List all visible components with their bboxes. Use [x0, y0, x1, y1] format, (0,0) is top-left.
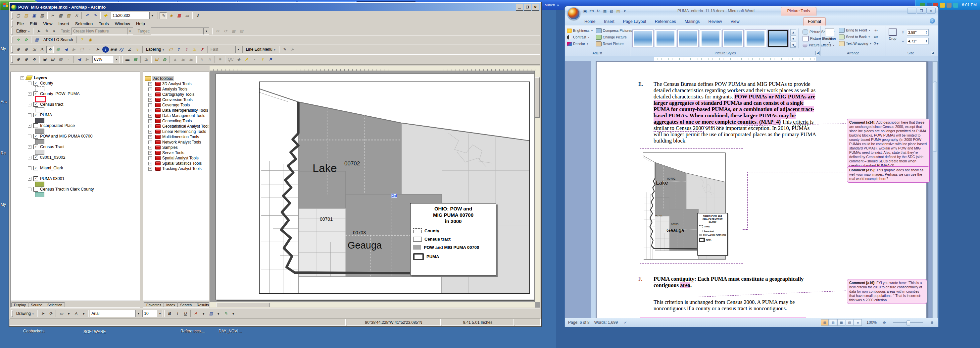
back-extent-icon[interactable]: ◀ — [62, 46, 70, 53]
comment-a15[interactable]: Comment [a15]: This graphic does not sho… — [847, 166, 930, 183]
edit-tool-arrow-icon[interactable]: ➤ — [35, 28, 42, 35]
menu-item[interactable]: Insert — [56, 21, 72, 27]
size-dialog-launcher-icon[interactable]: ◢ — [931, 51, 935, 55]
rotate-element-icon[interactable]: ⟳ — [47, 310, 54, 317]
expand-icon[interactable]: + — [148, 151, 152, 155]
collapse-icon[interactable]: − — [28, 145, 32, 149]
line-edit-menu-button[interactable]: Line Edit Menu ▼ — [244, 47, 278, 52]
menu-item[interactable]: Help — [134, 21, 148, 27]
open-icon[interactable]: ▤ — [22, 12, 30, 19]
toolbox-item-row[interactable]: + Analysis Tools — [145, 86, 209, 92]
toolbox-item-row[interactable]: + Coverage Tools — [145, 102, 209, 108]
align-icon[interactable]: ⫞▾ — [873, 27, 879, 33]
apollo-grid-icon[interactable]: ▦ — [33, 37, 40, 43]
command-window-icon[interactable]: ▭ — [183, 12, 191, 19]
layer-label[interactable]: Census Tract — [40, 145, 65, 149]
toolbox-item-label[interactable]: Geostatistical Analyst Tools — [162, 124, 209, 129]
toolbox-item-label[interactable]: Conversion Tools — [162, 97, 192, 102]
tray-volume-icon[interactable] — [947, 3, 951, 8]
layer-label[interactable]: Miami_Clark — [40, 166, 63, 170]
hyperlink-lightning-icon[interactable]: ϟ — [134, 46, 141, 53]
measure-icon[interactable]: ∠ — [126, 46, 133, 53]
toolbar-grip[interactable] — [11, 20, 13, 27]
zoom-width-icon[interactable]: ▥ — [57, 56, 64, 63]
tool-b-icon[interactable]: ▣ — [180, 56, 187, 63]
styles-scroll-up-icon[interactable]: ▲ — [790, 29, 796, 35]
line-edit-pencil-icon[interactable]: ✎ — [281, 46, 288, 53]
collapse-icon[interactable]: − — [28, 81, 32, 85]
new-document-icon[interactable]: ▢ — [14, 12, 22, 19]
editor-toolbar-toggle-icon[interactable]: ✎ — [159, 12, 167, 19]
layer-row[interactable]: − ✓ Census Tract — [21, 144, 140, 150]
recolor-button[interactable]: Recolor▼ — [565, 40, 595, 47]
toolbox-icon[interactable]: ▩ — [175, 12, 183, 19]
customize-qat-icon[interactable]: ▾ — [622, 8, 628, 14]
menu-item[interactable]: View — [40, 21, 55, 27]
picture-style-thumbnail[interactable] — [678, 30, 698, 47]
expand-icon[interactable]: + — [148, 104, 152, 107]
toolbox-item-label[interactable]: Cartography Tools — [162, 92, 194, 97]
toolbox-item-row[interactable]: + Spatial Statistics Tools — [145, 161, 209, 166]
toolbox-item-label[interactable]: Spatial Analyst Tools — [162, 156, 199, 160]
expand-icon[interactable]: + — [148, 98, 152, 102]
ribbon-tab[interactable]: Page Layout — [619, 18, 651, 26]
zoom-in-icon[interactable]: ⊕ — [14, 46, 22, 53]
toolbox-item-row[interactable]: + Network Analyst Tools — [145, 139, 209, 145]
forward-extent-icon[interactable]: ▶ — [70, 46, 78, 53]
target-combo[interactable]: ▼ — [151, 27, 209, 35]
document-page[interactable]: E. The Census Bureau defines POW PUMAs a… — [596, 61, 927, 318]
arctoolbox-tab[interactable]: Favorites — [144, 302, 164, 307]
layer-checkbox[interactable]: ✓ — [33, 145, 38, 149]
lock-labels-icon[interactable]: ⚿ — [191, 46, 198, 53]
desktop-icon-label[interactable]: Re — [1, 151, 8, 155]
paste-icon[interactable]: ▤ — [615, 8, 621, 14]
tray-update-icon[interactable] — [940, 3, 945, 8]
draw-table-icon[interactable]: ▧ — [609, 8, 614, 14]
word-horizontal-ruler[interactable] — [565, 56, 934, 61]
position-button[interactable]: Position▼ — [821, 27, 838, 47]
clear-selection-icon[interactable]: ▫ — [86, 46, 93, 53]
menu-item[interactable]: File — [14, 21, 27, 27]
spellcheck-status-icon[interactable]: ✓ — [622, 320, 628, 326]
paragraph-last[interactable]: This criterion is unchanged from Census … — [654, 299, 813, 311]
help-icon[interactable]: ? — [930, 18, 935, 24]
compress-pictures-button[interactable]: Compress Pictures — [595, 27, 634, 34]
maximize-button[interactable]: ❐ — [524, 4, 531, 11]
styles-dialog-launcher-icon[interactable]: ◢ — [815, 51, 820, 55]
styles-scroll-down-icon[interactable]: ▼ — [790, 35, 796, 42]
collapse-icon[interactable]: − — [28, 134, 32, 138]
star-icon[interactable]: ✳ — [259, 56, 266, 63]
font-size-combo[interactable]: 10▼ — [142, 310, 163, 317]
zoom-slider-thumb[interactable] — [907, 321, 910, 326]
desktop-icon-label[interactable]: Arc — [1, 99, 8, 104]
toolbox-item-label[interactable]: Data Interoperability Tools — [162, 108, 208, 113]
toolbar-grip[interactable] — [11, 56, 13, 63]
expand-icon[interactable]: + — [148, 156, 152, 160]
pause-labeling-icon[interactable]: ✗ — [199, 46, 206, 53]
picture-style-thumbnail[interactable] — [700, 30, 721, 47]
arcmap-titlebar[interactable]: POW_MIG example.mxd - ArcMap - ArcInfo ▁… — [10, 3, 540, 11]
layer-label[interactable]: County — [40, 81, 53, 86]
layer-symbol-swatch[interactable] — [35, 86, 45, 91]
save-icon[interactable]: ▣ — [30, 12, 38, 19]
layer-row[interactable]: − ✓ County — [21, 81, 140, 86]
layer-symbol-swatch[interactable] — [35, 118, 45, 123]
rectangle-shape-icon[interactable]: ▭ — [57, 310, 65, 317]
map-scale-combo[interactable]: 1:520,332▼ — [111, 12, 155, 19]
drawing-menu-button[interactable]: Drawing ▼ — [14, 311, 36, 316]
figure-map-image[interactable]: Lake 00702 00701 00703 Geauga OHIO: POW … — [643, 152, 725, 259]
expand-icon[interactable]: + — [148, 114, 152, 118]
fill-color-icon[interactable]: ▨ — [207, 310, 215, 317]
layer-checkbox[interactable]: ✓ — [33, 166, 38, 170]
toolbox-item-row[interactable]: + Server Tools — [145, 150, 209, 155]
tool-a-icon[interactable]: ▲ — [172, 56, 179, 63]
select-features-icon[interactable]: ⬚ — [78, 46, 86, 53]
font-color-dropdown-icon[interactable]: ▼ — [200, 311, 207, 316]
layer-symbol-swatch[interactable] — [35, 182, 45, 187]
menu-item[interactable]: Selection — [73, 21, 95, 27]
picture-style-thumbnail[interactable] — [745, 30, 766, 47]
select-elements-icon[interactable]: ➤ — [39, 310, 46, 317]
map-vertical-scrollbar[interactable] — [535, 70, 540, 302]
pan-hand-icon[interactable]: ✥ — [46, 46, 54, 53]
text-tool-icon[interactable]: A — [73, 310, 80, 317]
